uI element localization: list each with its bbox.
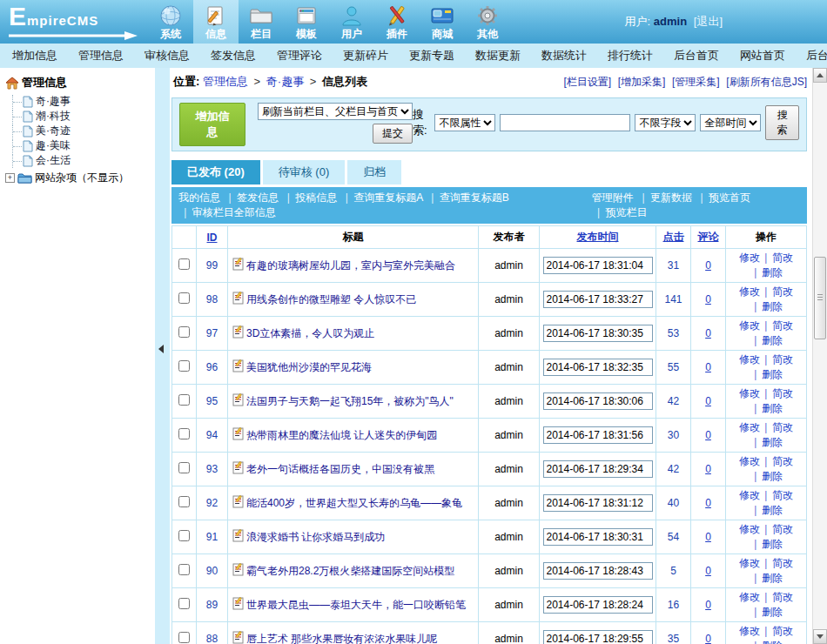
action-delete[interactable]: 删除 [750,572,783,584]
page-action-link[interactable]: [栏目设置] [563,76,611,88]
page-action-link[interactable]: [增加采集] [618,76,666,88]
action-quick-edit[interactable]: 简改 [760,591,793,603]
publish-time-input[interactable] [543,562,653,580]
refresh-scope-select[interactable]: 刷新当前栏目、父栏目与首页 [258,103,413,120]
time-filter-select[interactable]: 全部时间 [700,114,761,131]
menubar-item[interactable]: 数据统计 [541,48,587,64]
sidebar-category-item[interactable]: 美·奇迹 [12,124,155,138]
page-action-link[interactable]: [管理采集] [672,76,720,88]
tab-pending[interactable]: 待审核 (0) [263,160,346,184]
row-comments-link[interactable]: 0 [705,497,711,509]
row-comments-link[interactable]: 0 [705,429,711,441]
toolbar-link[interactable]: 我的信息 [178,191,220,204]
row-checkbox[interactable] [178,564,190,575]
action-modify[interactable]: 修改 [739,252,760,264]
row-title-link[interactable]: 美国犹他州沙漠的罕见花海 [246,361,372,373]
action-delete[interactable]: 删除 [750,300,783,312]
action-delete[interactable]: 删除 [750,504,783,516]
row-title-link[interactable]: 3D立体素描，令人叹为观止 [246,327,374,339]
toolbar-link[interactable]: 管理附件 [592,191,634,204]
row-comments-link[interactable]: 0 [705,565,711,577]
action-delete[interactable]: 删除 [750,606,783,618]
publish-time-input[interactable] [543,596,653,614]
toolbar-link[interactable]: 投稿信息 [281,191,337,204]
col-time[interactable]: 发布时间 [540,226,656,249]
nav-templates[interactable]: 模板 [284,0,329,44]
row-title-link[interactable]: 唇上艺术 那些水果唇妆有浓浓水果味儿呢 [246,633,437,644]
row-title-link[interactable]: 用线条创作的微型雕塑 令人惊叹不已 [246,293,416,305]
row-title-link[interactable]: 霸气老外用28.2万根火柴搭建国际空间站模型 [246,565,454,577]
row-title-link[interactable]: 能活400岁，世界超大型又长寿的乌龟——象龟 [246,497,462,509]
col-comments[interactable]: 评论 [691,226,726,249]
row-comments-link[interactable]: 0 [705,395,711,407]
publish-time-input[interactable] [543,359,653,376]
tab-archived[interactable]: 归档 [347,160,401,184]
action-quick-edit[interactable]: 简改 [760,455,793,467]
toolbar-link[interactable]: 预览栏目 [592,206,648,218]
action-quick-edit[interactable]: 简改 [760,625,793,637]
row-checkbox[interactable] [178,496,190,507]
action-modify[interactable]: 修改 [739,523,760,535]
nav-shop[interactable]: 商城 [420,0,465,44]
action-modify[interactable]: 修改 [739,557,760,569]
expand-icon[interactable]: + [5,173,15,183]
row-comments-link[interactable]: 0 [705,633,711,644]
menubar-item[interactable]: 管理信息 [78,48,124,64]
action-modify[interactable]: 修改 [739,591,760,603]
action-delete[interactable]: 删除 [750,402,783,414]
row-comments-link[interactable]: 0 [705,361,711,373]
row-title-link[interactable]: 法国男子与天鹅一起飞翔15年，被称为"鸟人" [246,395,454,407]
menubar-item[interactable]: 签发信息 [211,48,256,64]
row-title-link[interactable]: 有趣的玻璃树屋幼儿园，室内与室外完美融合 [246,259,455,272]
menubar-item[interactable]: 审核信息 [145,48,190,64]
search-input[interactable] [500,114,630,131]
action-modify[interactable]: 修改 [739,625,760,637]
toolbar-link[interactable]: 查询重复标题B [426,191,509,204]
action-quick-edit[interactable]: 简改 [760,387,793,399]
row-checkbox[interactable] [178,326,190,338]
menubar-item[interactable]: 后台首页 [674,48,719,64]
tab-published[interactable]: 已发布 (20) [171,160,260,184]
nav-other[interactable]: 其他 [465,0,510,44]
col-clicks[interactable]: 点击 [656,226,691,249]
publish-time-input[interactable] [543,257,653,274]
toolbar-link[interactable]: 更新数据 [636,191,692,204]
nav-plugins[interactable]: 插件 [374,0,420,44]
action-modify[interactable]: 修改 [739,387,760,399]
attr-filter-select[interactable]: 不限属性 [434,114,495,131]
sidebar-category-item[interactable]: 趣·美味 [12,138,155,153]
sidebar-category-item[interactable]: 潮·科技 [12,109,155,124]
action-quick-edit[interactable]: 简改 [760,285,793,298]
action-quick-edit[interactable]: 简改 [760,489,793,501]
scrollbar-thumb[interactable] [814,257,826,339]
row-checkbox[interactable] [178,292,190,304]
field-filter-select[interactable]: 不限字段 [635,114,696,131]
row-title-link[interactable]: 热带雨林里的魔法仙境 让人迷失的伊甸园 [246,429,437,441]
row-checkbox[interactable] [178,394,190,406]
sidebar-title[interactable]: 管理信息 [5,75,155,91]
row-title-link[interactable]: 老外一句话概括各国历史，中国没有被黑 [246,463,434,475]
sidebar-category-item[interactable]: 会·生活 [12,153,155,168]
row-comments-link[interactable]: 0 [705,293,711,305]
action-quick-edit[interactable]: 简改 [760,557,793,569]
action-quick-edit[interactable]: 简改 [760,319,793,332]
action-delete[interactable]: 删除 [750,266,783,278]
row-checkbox[interactable] [178,598,190,609]
toolbar-link[interactable]: 预览首页 [695,191,750,204]
scroll-up-button[interactable] [813,68,827,83]
publish-time-input[interactable] [543,630,653,644]
sidebar-folder-item[interactable]: + 网站杂项（不显示） [5,171,155,185]
row-title-link[interactable]: 世界最大昆虫——泰坦大天牛，能一口咬断铅笔 [246,599,466,611]
vertical-scrollbar[interactable] [812,68,827,644]
action-modify[interactable]: 修改 [739,455,760,467]
toolbar-link[interactable]: 审核栏目全部信息 [178,206,276,218]
menubar-item[interactable]: 数据更新 [475,48,521,64]
action-delete[interactable]: 删除 [750,538,783,550]
action-modify[interactable]: 修改 [739,421,760,433]
action-quick-edit[interactable]: 简改 [760,523,793,535]
row-checkbox[interactable] [178,462,190,473]
publish-time-input[interactable] [543,528,653,546]
col-id[interactable]: ID [197,226,228,249]
row-checkbox[interactable] [178,530,190,541]
action-delete[interactable]: 删除 [750,470,783,482]
